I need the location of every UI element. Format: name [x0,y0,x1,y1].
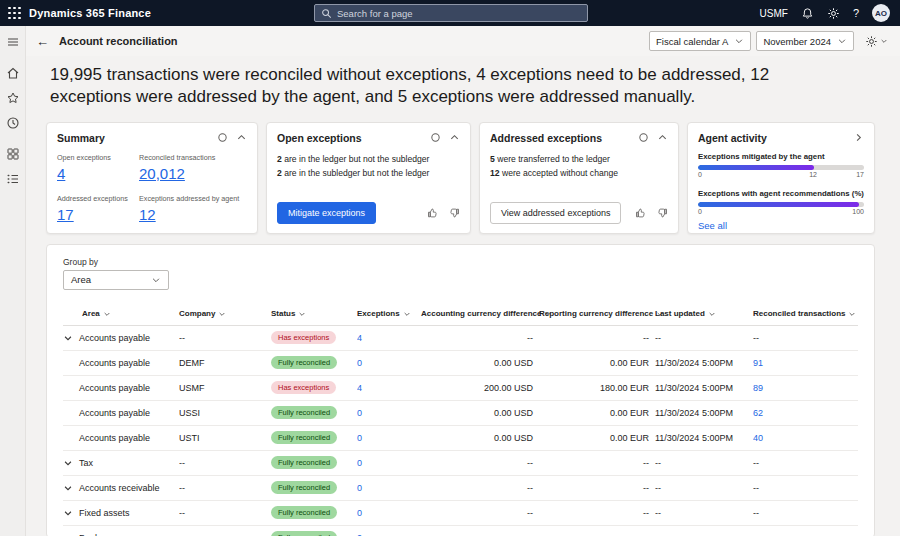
bar-label: Exceptions mitigated by the agent [698,152,864,161]
global-search[interactable] [314,4,588,22]
exceptions-link[interactable]: 0 [357,433,421,443]
open-exceptions-line: 2 are in the subledger but not the ledge… [277,167,460,181]
card-title: Agent activity [698,132,767,144]
reconciled-transactions-cell[interactable]: 62 [753,408,859,418]
row-expander-icon[interactable] [63,458,73,468]
back-arrow-icon[interactable]: ← [36,34,49,49]
reconciled-transactions-cell[interactable]: 40 [753,433,859,443]
reporting-difference-cell: 180.00 EUR [539,383,655,393]
waffle-menu-icon[interactable] [8,7,21,20]
column-header-last-updated[interactable]: Last updated [655,309,753,318]
card-title: Summary [57,132,105,144]
avatar[interactable]: AO [872,4,890,22]
mitigate-exceptions-button[interactable]: Mitigate exceptions [277,202,376,224]
exceptions-link[interactable]: 0 [357,483,421,493]
metric-addressed-exceptions: Addressed exceptions 17 [57,194,139,224]
help-icon[interactable]: ? [853,7,859,19]
metric-label: Exceptions addressed by agent [139,194,247,203]
table-row[interactable]: Fixed assets -- Fully reconciled 0 -- --… [63,501,858,526]
search-input[interactable] [337,8,581,19]
collapse-chevron-up-icon[interactable] [657,132,668,143]
reconciled-transactions-cell[interactable]: -- [753,508,859,518]
reconciled-transactions-cell[interactable]: -- [753,333,859,343]
column-header-company[interactable]: Company [179,309,271,318]
left-nav [0,26,26,536]
exceptions-link[interactable]: 0 [357,358,421,368]
status-circle-icon[interactable] [638,132,649,143]
hamburger-menu-icon[interactable] [6,35,20,49]
metric-label: Open exceptions [57,153,139,162]
reporting-difference-cell: 0.00 EUR [539,433,655,443]
accounting-difference-cell: 200.00 USD [421,383,539,393]
column-header-reporting-currency-difference[interactable]: Reporting currency difference [539,309,655,318]
open-exceptions-card: Open exceptions 2 are in the ledger but … [266,122,471,234]
modules-grid-icon[interactable] [6,147,20,161]
metric-value-link[interactable]: 20,012 [139,165,185,182]
exceptions-link[interactable]: 4 [357,333,421,343]
exceptions-link[interactable]: 4 [357,383,421,393]
last-updated-cell: 11/30/2024 5:00PM [655,383,753,393]
metric-value-link[interactable]: 4 [57,165,65,182]
period-select[interactable]: November 2024 [756,31,854,51]
column-header-area[interactable]: Area [63,309,179,318]
table-row[interactable]: Accounts payable USTI Fully reconciled 0… [63,426,858,451]
recent-clock-icon[interactable] [6,116,20,130]
column-header-exceptions[interactable]: Exceptions [357,309,421,318]
table-row[interactable]: Accounts payable USSI Fully reconciled 0… [63,401,858,426]
table-row[interactable]: Tax -- Fully reconciled 0 -- -- -- -- [63,451,858,476]
accounting-difference-cell: 0.00 USD [421,433,539,443]
exceptions-link[interactable]: 0 [357,408,421,418]
group-by-select[interactable]: Area [63,270,169,290]
status-circle-icon[interactable] [217,132,228,143]
collapse-chevron-up-icon[interactable] [449,132,460,143]
chevron-right-icon[interactable] [853,132,864,143]
row-expander-icon[interactable] [63,333,73,343]
table-row[interactable]: Accounts payable DEMF Fully reconciled 0… [63,351,858,376]
progress-fill [698,165,814,170]
thumbs-up-icon[interactable] [635,207,647,219]
bell-icon[interactable] [801,7,814,20]
thumbs-up-icon[interactable] [427,207,439,219]
exceptions-link[interactable]: 0 [357,458,421,468]
company-cell: -- [179,483,271,493]
progress-track [698,202,864,207]
status-badge: Fully reconciled [271,456,337,469]
row-expander-icon[interactable] [63,483,73,493]
gear-icon[interactable] [827,7,840,20]
reconciled-transactions-cell[interactable]: -- [753,483,859,493]
home-icon[interactable] [6,66,20,80]
area-cell: Accounts payable [79,433,150,443]
page-settings-button[interactable] [865,35,888,48]
gear-icon [865,35,878,48]
environment-label[interactable]: USMF [760,8,788,19]
row-expander-icon[interactable] [63,508,73,518]
group-by-label: Group by [63,257,858,267]
table-row[interactable]: Accounts payable -- Has exceptions 4 -- … [63,326,858,351]
favorites-star-icon[interactable] [6,91,20,105]
reconciled-transactions-cell[interactable]: 89 [753,383,859,393]
thumbs-down-icon[interactable] [656,207,668,219]
metric-value-link[interactable]: 12 [139,206,156,223]
agent-summary-headline: 19,995 transactions were reconciled with… [50,64,816,109]
table-row[interactable]: Accounts receivable -- Fully reconciled … [63,476,858,501]
column-header-accounting-currency-difference[interactable]: Accounting currency difference [421,309,539,318]
scale-max: 100 [852,208,864,215]
bar-scale: 0 100 [698,208,864,218]
column-header-reconciled-transactions[interactable]: Reconciled transactions [753,309,859,318]
see-all-link[interactable]: See all [698,220,864,231]
area-cell: Tax [79,458,93,468]
metric-value-link[interactable]: 17 [57,206,74,223]
table-row[interactable]: Accounts payable USMF Has exceptions 4 2… [63,376,858,401]
reconciled-transactions-cell[interactable]: 91 [753,358,859,368]
workspaces-list-icon[interactable] [6,172,20,186]
status-circle-icon[interactable] [430,132,441,143]
status-badge: Fully reconciled [271,506,337,519]
collapse-chevron-up-icon[interactable] [236,132,247,143]
table-row[interactable]: Bank -- Fully reconciled 0 -- -- -- -- [63,526,858,536]
reconciled-transactions-cell[interactable]: -- [753,458,859,468]
column-header-status[interactable]: Status [271,309,357,318]
fiscal-calendar-select[interactable]: Fiscal calendar A [649,31,751,51]
view-addressed-exceptions-button[interactable]: View addressed exceptions [490,202,621,224]
exceptions-link[interactable]: 0 [357,508,421,518]
thumbs-down-icon[interactable] [448,207,460,219]
